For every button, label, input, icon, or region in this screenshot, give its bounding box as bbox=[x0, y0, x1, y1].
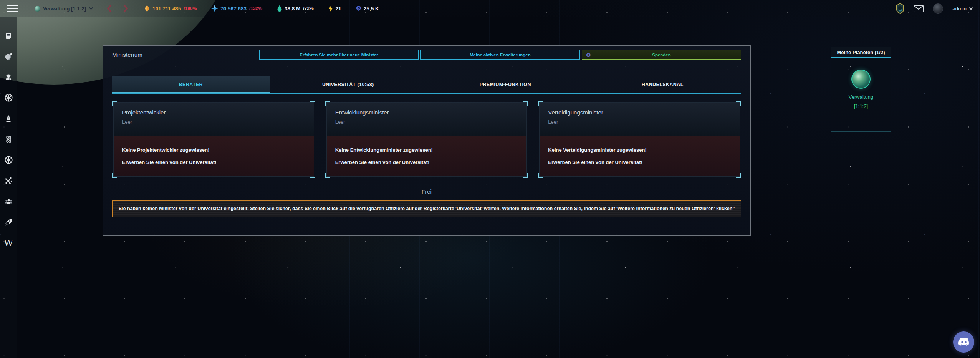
tab-label: PREMIUM-FUNKTION bbox=[480, 82, 531, 87]
tab-handelskanal[interactable]: HANDELSKANAL bbox=[584, 76, 742, 93]
panel-header: Ministerium Erfahren Sie mehr über neue … bbox=[112, 46, 741, 60]
topbar-right: admin bbox=[896, 3, 973, 14]
game-root: Verwaltung [1:1:2] 101.711.485 /190% bbox=[0, 0, 980, 358]
tab-bar: BERATER UNIVERSITÄT (10:58) PREMIUM-FUNK… bbox=[112, 76, 741, 94]
resource-percent: /190% bbox=[184, 6, 197, 11]
planet-satellite-icon[interactable] bbox=[5, 52, 13, 60]
card-status: Leer bbox=[548, 119, 731, 125]
monument-icon[interactable] bbox=[5, 114, 13, 123]
tab-label: HANDELSKANAL bbox=[642, 82, 684, 87]
network-icon[interactable] bbox=[5, 177, 13, 185]
corner-bracket bbox=[112, 101, 117, 106]
minister-card-verteidigungsminister[interactable]: Verteidigungsminister Leer Keine Verteid… bbox=[538, 101, 741, 178]
corner-bracket bbox=[538, 101, 543, 106]
next-planet-icon[interactable] bbox=[123, 4, 129, 13]
rocket-icon[interactable] bbox=[5, 218, 13, 226]
chevron-down-icon bbox=[89, 7, 93, 10]
corner-bracket bbox=[310, 173, 315, 178]
tab-berater[interactable]: BERATER bbox=[112, 76, 270, 93]
empire-wheel-icon[interactable] bbox=[5, 94, 13, 102]
active-extensions-button[interactable]: Meine aktiven Erweiterungen bbox=[420, 50, 580, 60]
my-planets-panel: Meine Planeten (1/2) Verwaltung [1:1:2] bbox=[831, 47, 891, 132]
chevron-down-icon bbox=[969, 7, 973, 10]
corner-bracket bbox=[736, 101, 741, 106]
card-line2: Erwerben Sie einen von der Universität! bbox=[548, 159, 731, 165]
learn-about-ministers-button[interactable]: Erfahren Sie mehr über neue Minister bbox=[259, 50, 419, 60]
wiki-w-icon[interactable]: W bbox=[5, 239, 13, 247]
card-line2: Erwerben Sie einen von der Universität! bbox=[122, 159, 305, 165]
officer-icon[interactable] bbox=[5, 73, 13, 81]
corner-bracket bbox=[523, 101, 528, 106]
prev-planet-icon[interactable] bbox=[106, 4, 112, 13]
planet-icon bbox=[35, 6, 40, 12]
user-menu[interactable]: admin bbox=[952, 6, 973, 12]
resource-crystal: 70.567.683 /132% bbox=[211, 5, 262, 12]
tab-label: UNIVERSITÄT (10:58) bbox=[322, 82, 374, 87]
tab-premium-funktion[interactable]: PREMIUM-FUNKTION bbox=[427, 76, 584, 93]
card-body: Keine Entwicklungsminister zugewiesen! E… bbox=[327, 136, 527, 176]
planet-card[interactable]: Verwaltung [1:1:2] bbox=[831, 58, 891, 132]
corner-bracket bbox=[325, 101, 330, 106]
resource-percent: /132% bbox=[249, 6, 262, 11]
blue-gem-icon bbox=[211, 5, 218, 12]
planet-selector-label: Verwaltung [1:1:2] bbox=[43, 6, 86, 12]
card-header: Entwicklungsminister Leer bbox=[327, 103, 527, 136]
no-minister-notice: Sie haben keinen Minister von der Univer… bbox=[112, 200, 741, 217]
discord-button[interactable] bbox=[953, 331, 974, 353]
corner-bracket bbox=[112, 173, 117, 178]
resource-value: 101.711.485 bbox=[152, 6, 181, 12]
card-body: Keine Projektentwickler zugewiesen! Erwe… bbox=[114, 136, 314, 176]
minister-card-projektentwickler[interactable]: Projektentwickler Leer Keine Projektentw… bbox=[112, 101, 315, 178]
user-avatar[interactable] bbox=[933, 3, 943, 14]
button-label: Meine aktiven Erweiterungen bbox=[470, 53, 531, 57]
resource-value: 70.567.683 bbox=[220, 6, 247, 12]
corner-bracket bbox=[310, 101, 315, 106]
orange-gem-icon bbox=[144, 5, 150, 12]
resource-value: 25,5 K bbox=[364, 6, 379, 12]
planet-nav bbox=[106, 4, 129, 13]
left-sidebar: W bbox=[0, 17, 17, 358]
donate-button[interactable]: ⚙ Spenden bbox=[582, 50, 741, 60]
card-header: Projektentwickler Leer bbox=[114, 103, 314, 136]
card-title: Entwicklungsminister bbox=[335, 109, 518, 116]
discord-icon bbox=[958, 338, 970, 347]
planet-thumbnail bbox=[851, 70, 871, 89]
bolt-icon bbox=[328, 5, 333, 12]
panel-title: Ministerium bbox=[112, 51, 142, 58]
card-line1: Keine Verteidigungsminister zugewiesen! bbox=[548, 147, 731, 153]
rank-badge-icon[interactable] bbox=[896, 3, 904, 14]
resource-energy: 21 bbox=[328, 5, 341, 12]
card-title: Verteidigungsminister bbox=[548, 109, 731, 116]
mail-icon[interactable] bbox=[914, 5, 924, 12]
card-title: Projektentwickler bbox=[122, 109, 305, 116]
teal-drop-icon bbox=[277, 5, 282, 12]
corner-bracket bbox=[538, 173, 543, 178]
corner-bracket bbox=[325, 173, 330, 178]
gear-icon: ⚙ bbox=[586, 52, 591, 58]
card-body: Keine Verteidigungsminister zugewiesen! … bbox=[540, 136, 740, 176]
empire-wheel-2-icon[interactable] bbox=[5, 156, 13, 164]
panel-actions: Erfahren Sie mehr über neue Minister Mei… bbox=[259, 50, 741, 60]
atom-icon[interactable] bbox=[5, 135, 13, 143]
scroll-icon[interactable] bbox=[5, 31, 13, 40]
resource-bar: 101.711.485 /190% 70.567.683 /132% 38,8 … bbox=[144, 5, 379, 12]
card-status: Leer bbox=[335, 119, 518, 125]
ministry-panel: Ministerium Erfahren Sie mehr über neue … bbox=[103, 45, 751, 236]
username: admin bbox=[952, 6, 967, 12]
tab-universitaet[interactable]: UNIVERSITÄT (10:58) bbox=[270, 76, 427, 93]
notice-text: Sie haben keinen Minister von der Univer… bbox=[119, 206, 735, 211]
corner-bracket bbox=[736, 173, 741, 178]
minister-card-entwicklungsminister[interactable]: Entwicklungsminister Leer Keine Entwickl… bbox=[325, 101, 528, 178]
alliance-group-icon[interactable] bbox=[5, 197, 13, 206]
resource-value: 38,8 M bbox=[285, 6, 300, 12]
gear-icon: ⚙ bbox=[356, 5, 361, 12]
hamburger-menu-icon[interactable] bbox=[7, 5, 18, 12]
planet-coordinates: [1:1:2] bbox=[854, 103, 868, 109]
resource-percent: /72% bbox=[303, 6, 313, 11]
top-bar: Verwaltung [1:1:2] 101.711.485 /190% bbox=[0, 0, 980, 17]
corner-bracket bbox=[523, 173, 528, 178]
resource-deuterium: 38,8 M /72% bbox=[277, 5, 314, 12]
planet-selector[interactable]: Verwaltung [1:1:2] bbox=[35, 6, 93, 12]
button-label: Erfahren Sie mehr über neue Minister bbox=[300, 53, 378, 57]
button-label: Spenden bbox=[652, 53, 671, 57]
